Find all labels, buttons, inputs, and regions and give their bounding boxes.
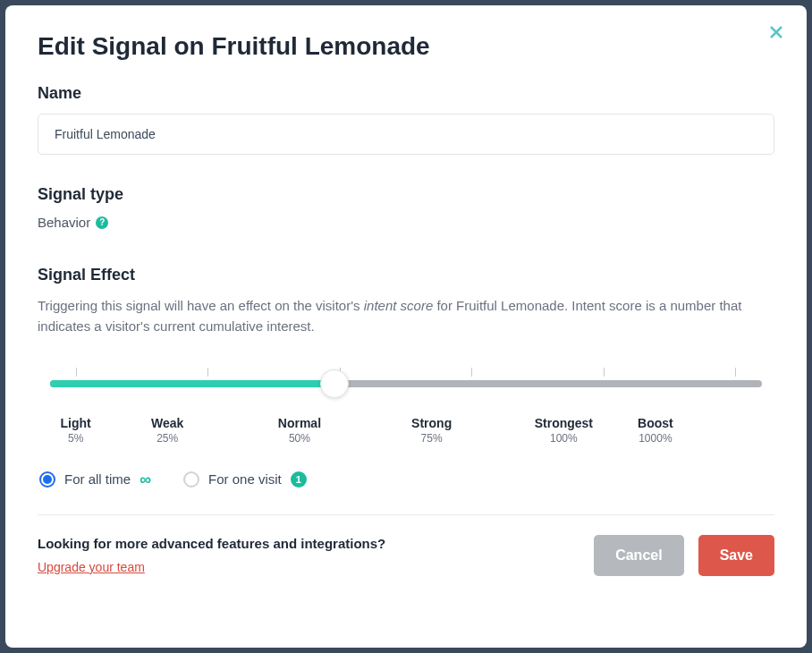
close-icon bbox=[769, 25, 783, 39]
modal-footer: Looking for more advanced features and i… bbox=[38, 535, 774, 576]
save-button[interactable]: Save bbox=[698, 535, 774, 576]
signal-type-value: Behavior bbox=[38, 215, 90, 230]
slider-stop-label: Normal bbox=[233, 416, 366, 430]
help-icon[interactable]: ? bbox=[96, 216, 108, 229]
slider-stop-pct: 75% bbox=[366, 432, 498, 445]
slider-stop-label: Light bbox=[50, 416, 101, 430]
slider-stop-pct: 25% bbox=[101, 432, 233, 445]
radio-unselected-icon bbox=[183, 471, 199, 488]
radio-selected-icon bbox=[39, 471, 55, 488]
slider-stop-label: Boost bbox=[630, 416, 681, 430]
slider-stop-label: Strongest bbox=[498, 416, 630, 430]
one-visit-badge-icon: 1 bbox=[291, 471, 307, 488]
slider-handle[interactable] bbox=[320, 369, 349, 398]
duration-all-time-option[interactable]: For all time ∞ bbox=[39, 471, 151, 488]
modal-title: Edit Signal on Fruitful Lemonade bbox=[38, 32, 774, 61]
duration-one-visit-option[interactable]: For one visit 1 bbox=[183, 471, 307, 488]
signal-type-label: Signal type bbox=[38, 185, 774, 204]
signal-type-value-row: Behavior ? bbox=[38, 215, 774, 230]
slider-stop-label: Weak bbox=[101, 416, 233, 430]
signal-effect-description: Triggering this signal will have an effe… bbox=[38, 295, 774, 337]
duration-radio-group: For all time ∞ For one visit 1 bbox=[38, 471, 774, 488]
slider-ticks bbox=[50, 368, 762, 380]
edit-signal-modal: Edit Signal on Fruitful Lemonade Name Si… bbox=[5, 5, 807, 648]
slider-track-fill bbox=[50, 380, 334, 387]
close-button[interactable] bbox=[767, 23, 785, 41]
duration-one-visit-label: For one visit bbox=[208, 471, 282, 487]
slider-labels: Light 5% Weak 25% Normal 50% Strong 75% … bbox=[50, 416, 762, 445]
slider-stop-pct: 1000% bbox=[630, 432, 681, 445]
signal-effect-slider[interactable]: Light 5% Weak 25% Normal 50% Strong 75% … bbox=[50, 362, 762, 448]
signal-effect-label: Signal Effect bbox=[38, 266, 774, 284]
name-label: Name bbox=[38, 84, 774, 103]
slider-stop-pct: 5% bbox=[50, 432, 101, 445]
slider-stop-pct: 50% bbox=[233, 432, 366, 445]
cancel-button[interactable]: Cancel bbox=[594, 535, 683, 576]
slider-stop-label: Strong bbox=[366, 416, 498, 430]
infinity-icon: ∞ bbox=[140, 471, 151, 488]
divider bbox=[38, 514, 774, 515]
advanced-features-prompt: Looking for more advanced features and i… bbox=[38, 536, 385, 551]
slider-stop-pct: 100% bbox=[498, 432, 630, 445]
name-input[interactable] bbox=[38, 114, 774, 155]
upgrade-team-link[interactable]: Upgrade your team bbox=[38, 560, 385, 574]
duration-all-time-label: For all time bbox=[64, 471, 131, 487]
